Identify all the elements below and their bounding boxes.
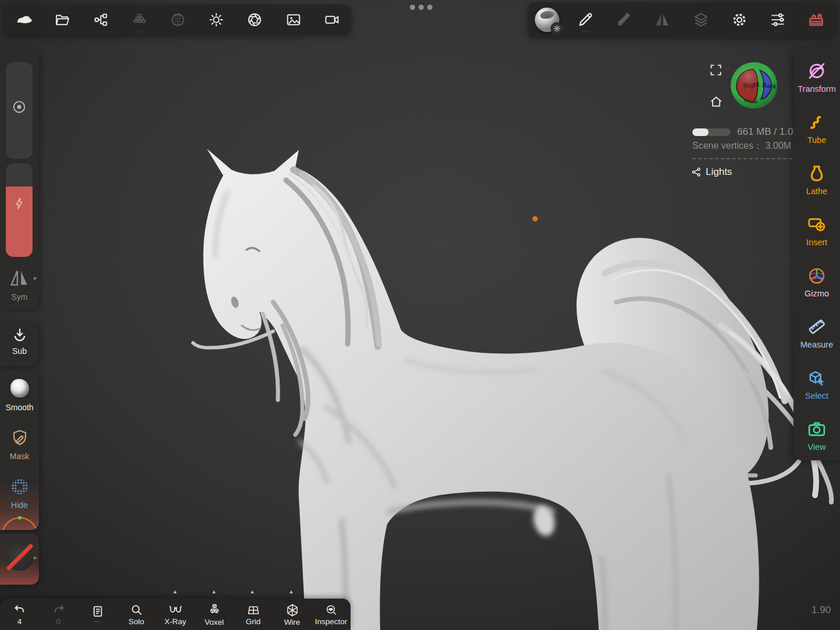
- radius-slider[interactable]: [6, 62, 33, 159]
- material-slot-panel[interactable]: ▸: [0, 534, 39, 585]
- tool-tube[interactable]: Tube: [793, 102, 840, 153]
- left-slider-panel: ▸ Sym: [0, 49, 39, 309]
- hide-label: Hide: [0, 500, 39, 510]
- tool-tube-label: Tube: [807, 135, 827, 145]
- tool-gizmo[interactable]: Gizmo: [793, 256, 840, 307]
- gizmo-peek-icon[interactable]: [2, 517, 38, 530]
- scene-vertices-label: Scene vertices：: [692, 141, 763, 151]
- xray-caret[interactable]: ▲: [173, 589, 178, 595]
- nav-ball-icon: Right Back: [730, 62, 778, 109]
- notebook-icon: [91, 604, 105, 618]
- sub-arrow-icon: [11, 327, 28, 344]
- tool-view[interactable]: View: [793, 409, 840, 460]
- toggle-voxel[interactable]: Voxel: [195, 599, 234, 630]
- home-icon: [709, 95, 723, 109]
- files-button[interactable]: [49, 6, 76, 33]
- scene-graph-icon: [93, 12, 109, 28]
- radius-icon: [10, 98, 28, 116]
- material-sphere-icon: [535, 8, 559, 32]
- wireframe-icon: [285, 603, 300, 618]
- sym-label: Sym: [0, 292, 39, 302]
- top-left-toolbar: ···: [5, 5, 351, 35]
- symmetry-button-disabled[interactable]: [649, 6, 675, 33]
- tool-transform[interactable]: Transform: [793, 51, 840, 102]
- history-button[interactable]: ···: [78, 599, 117, 630]
- memory-bar: [692, 128, 731, 136]
- material-gear-badge[interactable]: [551, 22, 563, 35]
- brush-more: ···: [581, 28, 589, 35]
- select-cube-icon: [806, 367, 827, 388]
- background-image-button[interactable]: [280, 6, 307, 33]
- smooth-brush-icon[interactable]: [10, 379, 29, 398]
- undo-icon: [13, 603, 27, 617]
- tool-select[interactable]: Select: [793, 358, 840, 409]
- bottom-toolbar: 4 0 ··· Solo: [0, 599, 351, 630]
- fullscreen-button[interactable]: [709, 63, 723, 77]
- brush-button[interactable]: ···: [572, 6, 599, 33]
- tube-icon: [806, 112, 827, 133]
- xray-glasses-icon: [168, 603, 183, 617]
- scene-graph-button[interactable]: [88, 6, 115, 33]
- redo-icon: [52, 603, 66, 617]
- inspector-eye-icon: [324, 603, 338, 617]
- matcap-sphere-icon: [170, 12, 186, 28]
- undo-count: 4: [17, 618, 22, 626]
- settings-button[interactable]: [726, 6, 753, 33]
- material-button[interactable]: [534, 6, 560, 33]
- aperture-icon: [246, 12, 263, 28]
- adjust-button[interactable]: ···: [764, 6, 791, 33]
- camera-zoom-value: 1.90: [812, 604, 831, 616]
- toolbox-icon: [807, 10, 825, 29]
- window-handle[interactable]: [410, 5, 432, 10]
- lights-button[interactable]: Lights: [691, 166, 732, 178]
- nav-ball[interactable]: Right Back: [730, 62, 778, 109]
- hide-dotted-icon[interactable]: [9, 477, 30, 497]
- folder-icon: [54, 12, 70, 28]
- measure-ruler-icon: [806, 316, 827, 337]
- lightning-icon: [12, 196, 27, 211]
- toggle-wire[interactable]: Wire: [273, 599, 312, 630]
- voxel-caret[interactable]: ▲: [212, 589, 217, 595]
- strength-slider[interactable]: [6, 163, 33, 257]
- toggle-solo[interactable]: Solo: [117, 599, 156, 630]
- camera-record-button[interactable]: [319, 6, 345, 33]
- app-logo-button[interactable]: [10, 6, 37, 33]
- tool-lathe[interactable]: Lathe: [793, 153, 840, 205]
- toggle-inspector[interactable]: Inspector: [312, 599, 351, 630]
- brush-shortcut-panel: Smooth Mask Hide: [0, 370, 39, 530]
- render-button[interactable]: [241, 6, 268, 33]
- paint-button-disabled[interactable]: [610, 6, 637, 33]
- material-expand-chevron[interactable]: ▸: [34, 553, 37, 561]
- home-button[interactable]: [709, 95, 723, 109]
- wire-caret[interactable]: ▲: [289, 589, 294, 595]
- redo-count: 0: [56, 618, 61, 626]
- transform-icon: [806, 60, 827, 81]
- lighting-button[interactable]: [203, 6, 230, 33]
- layers-button-disabled[interactable]: [688, 6, 714, 33]
- lathe-icon: [806, 163, 827, 184]
- symmetry-expand-chevron[interactable]: ▸: [34, 274, 37, 282]
- gizmo-icon: [806, 265, 827, 286]
- tool-measure[interactable]: Measure: [793, 307, 840, 358]
- tool-insert-label: Insert: [806, 238, 827, 247]
- mirror-triangle-icon: [653, 11, 671, 28]
- inspector-caret[interactable]: ▲: [328, 589, 333, 595]
- primitives-more: ···: [135, 28, 144, 35]
- undo-button[interactable]: 4: [0, 599, 39, 630]
- tool-select-label: Select: [805, 391, 828, 400]
- grid-caret[interactable]: ▲: [250, 589, 255, 595]
- toggle-xray[interactable]: X-Ray: [156, 599, 195, 630]
- redo-button[interactable]: 0: [39, 599, 78, 630]
- nomad-logo-icon: [12, 8, 35, 31]
- symmetry-icon[interactable]: [8, 269, 30, 288]
- insert-icon: [806, 214, 827, 235]
- tool-insert[interactable]: Insert: [793, 205, 840, 256]
- toolbox-button[interactable]: [803, 6, 830, 33]
- fullscreen-icon: [709, 63, 723, 77]
- toggle-grid[interactable]: Grid: [234, 599, 273, 630]
- sub-panel[interactable]: Sub: [0, 321, 39, 366]
- matcap-button-disabled[interactable]: [165, 6, 191, 33]
- primitives-button-disabled[interactable]: ···: [126, 6, 153, 33]
- no-material-icon: [6, 544, 33, 571]
- mask-shield-icon[interactable]: [10, 428, 30, 448]
